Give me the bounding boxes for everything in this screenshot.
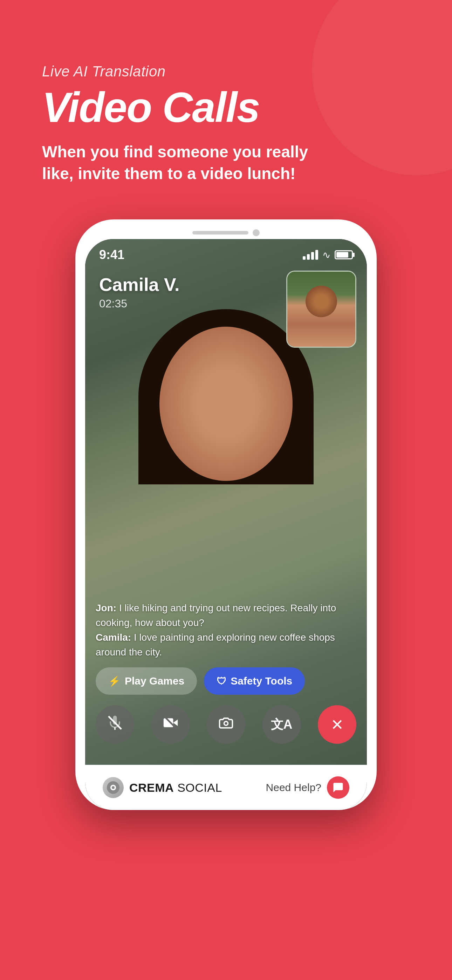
translation-jon-text: I like hiking and trying out new recipes… <box>95 603 336 628</box>
phone-frame: 9:41 ∿ <box>75 220 377 810</box>
notch-dot <box>253 229 259 236</box>
svg-point-4 <box>224 722 228 725</box>
brand-name: CREMA SOCIAL <box>129 781 222 795</box>
end-call-icon: ✕ <box>331 716 344 733</box>
play-games-label: Play Games <box>125 675 184 687</box>
hero-description: When you find someone you really like, i… <box>42 141 308 185</box>
help-text: Need Help? <box>266 782 321 794</box>
phone-bottom-bar: CREMA SOCIAL Need Help? <box>85 765 367 810</box>
video-icon <box>163 715 178 734</box>
translation-jon-label: Jon: <box>95 603 116 613</box>
person-face <box>159 327 293 481</box>
battery-fill <box>336 252 348 258</box>
brand-area: CREMA SOCIAL <box>103 777 222 798</box>
mute-icon <box>107 715 123 734</box>
status-time: 9:41 <box>99 247 124 262</box>
brand-name-regular: SOCIAL <box>177 781 222 794</box>
chat-help-icon[interactable] <box>327 776 349 799</box>
translate-button[interactable]: 文A <box>263 705 301 744</box>
phone-screen: 9:41 ∿ <box>85 239 367 810</box>
hero-subtitle: Live AI Translation <box>42 63 166 80</box>
safety-tools-button[interactable]: 🛡 Safety Tools <box>204 667 305 695</box>
wifi-icon: ∿ <box>322 249 330 261</box>
translation-camila-text: I love painting and exploring new coffee… <box>95 632 335 657</box>
hero-section: Live AI Translation Video Calls When you… <box>0 0 452 824</box>
video-toggle-button[interactable] <box>151 705 190 744</box>
translation-overlay: Jon: I like hiking and trying out new re… <box>95 601 357 660</box>
game-controller-icon: ⚡ <box>108 675 121 687</box>
caller-name: Camila V. <box>99 274 180 295</box>
signal-bar-1 <box>303 256 306 260</box>
end-call-button[interactable]: ✕ <box>318 705 357 744</box>
brand-logo <box>103 777 124 798</box>
phone-mockup-wrapper: 9:41 ∿ <box>0 220 452 824</box>
flip-camera-button[interactable] <box>207 705 245 744</box>
hero-title: Video Calls <box>42 86 259 128</box>
shield-icon: 🛡 <box>216 675 226 687</box>
call-controls: 文A ✕ <box>95 705 357 744</box>
translate-icon: 文A <box>271 716 293 733</box>
help-area: Need Help? <box>266 776 349 799</box>
action-buttons: ⚡ Play Games 🛡 Safety Tools <box>95 667 357 695</box>
play-games-button[interactable]: ⚡ Play Games <box>95 667 197 695</box>
signal-icon <box>303 250 318 260</box>
battery-icon <box>334 250 353 259</box>
phone-notch <box>85 229 367 236</box>
video-background: Camila V. 02:35 Jon: <box>85 239 367 765</box>
signal-bar-3 <box>311 252 314 260</box>
flip-camera-icon <box>218 715 234 734</box>
self-preview-person <box>287 272 355 347</box>
self-preview-video <box>286 270 357 348</box>
notch-pill <box>193 231 248 234</box>
translation-camila-label: Camila: <box>95 632 131 643</box>
self-face <box>306 286 337 317</box>
caller-info: Camila V. 02:35 <box>99 274 180 310</box>
signal-bar-2 <box>307 254 310 260</box>
signal-bar-4 <box>315 250 318 260</box>
mute-button[interactable] <box>95 705 134 744</box>
call-duration: 02:35 <box>99 297 180 310</box>
status-bar: 9:41 ∿ <box>85 239 367 266</box>
svg-point-7 <box>112 786 115 789</box>
brand-name-bold: CREMA <box>129 781 174 794</box>
safety-tools-label: Safety Tools <box>231 675 292 687</box>
status-icons: ∿ <box>303 249 353 261</box>
hero-content: Live AI Translation Video Calls When you… <box>0 0 452 205</box>
